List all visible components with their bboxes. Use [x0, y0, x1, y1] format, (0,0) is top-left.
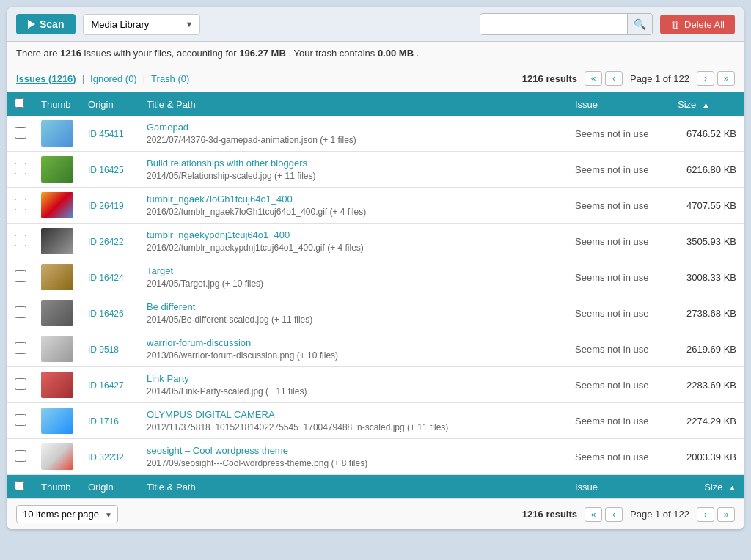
row-checkbox-5[interactable] [15, 306, 26, 318]
row-checkbox-2[interactable] [15, 199, 26, 210]
row-size-0: 6746.52 KB [670, 116, 744, 152]
search-icon: 🔍 [634, 18, 646, 30]
files-size: 196.27 MB [239, 48, 286, 59]
row-size-2: 4707.55 KB [670, 188, 744, 224]
title-link-4[interactable]: Target [147, 265, 560, 276]
select-all-checkbox[interactable] [15, 98, 24, 108]
origin-link-1[interactable]: ID 16425 [88, 165, 124, 175]
sort-icon: ▲ [702, 100, 710, 109]
origin-link-2[interactable]: ID 26419 [88, 201, 124, 211]
path-text-9: 2017/09/seosight---Cool-wordpress-theme.… [147, 458, 367, 468]
row-checkbox-0[interactable] [15, 127, 26, 139]
row-checkbox-7[interactable] [15, 378, 26, 390]
row-title-1: Build relationships with other bloggers … [139, 152, 568, 188]
trash-size: 0.00 MB [378, 48, 414, 59]
delete-all-button[interactable]: 🗑 Delete All [660, 15, 735, 34]
origin-link-0[interactable]: ID 45411 [88, 129, 124, 139]
issue-text-5: Seems not in use [575, 308, 648, 319]
title-link-2[interactable]: tumblr_ngaek7loGh1tcuj64o1_400 [147, 194, 560, 205]
title-link-5[interactable]: Be different [147, 301, 560, 312]
tab-ignored-link[interactable]: Ignored (0) [90, 73, 137, 84]
bottom-next-page-btn[interactable]: › [697, 507, 714, 522]
row-thumb-4 [34, 259, 81, 295]
title-link-8[interactable]: OLYMPUS DIGITAL CAMERA [147, 409, 560, 420]
bottom-first-page-btn[interactable]: « [585, 507, 602, 522]
issues-count-inline: 1216 [60, 48, 81, 59]
title-link-6[interactable]: warrior-forum-discussion [147, 337, 560, 348]
row-issue-4: Seems not in use [568, 259, 670, 295]
row-origin-6: ID 9518 [81, 331, 139, 367]
row-check-0 [7, 116, 34, 152]
row-checkbox-9[interactable] [15, 450, 26, 462]
path-text-2: 2016/02/tumblr_ngaek7loGh1tcuj64o1_400.g… [147, 207, 366, 217]
size-text-9: 2003.39 KB [686, 452, 736, 463]
col-size-header[interactable]: Size ▲ [670, 92, 744, 116]
row-checkbox-1[interactable] [15, 163, 26, 174]
first-page-btn[interactable]: « [585, 71, 602, 86]
thumbnail-8 [41, 408, 73, 434]
origin-link-8[interactable]: ID 1716 [88, 416, 119, 427]
row-size-8: 2274.29 KB [670, 403, 744, 439]
origin-link-5[interactable]: ID 16426 [88, 309, 124, 319]
row-checkbox-6[interactable] [15, 342, 26, 354]
row-title-4: Target 2014/05/Target.jpg (+ 10 files) [139, 259, 568, 295]
foot-title: Title & Path [139, 475, 568, 499]
prev-page-btn[interactable]: ‹ [605, 71, 623, 86]
row-check-1 [7, 152, 34, 188]
search-wrapper: 🔍 [480, 13, 653, 35]
tab-issues-link[interactable]: Issues (1216) [16, 73, 76, 84]
scan-button[interactable]: Scan [16, 14, 76, 34]
row-origin-8: ID 1716 [81, 403, 139, 439]
row-size-3: 3505.93 KB [670, 224, 744, 259]
title-link-3[interactable]: tumblr_ngaekypdnj1tcuj64o1_400 [147, 229, 560, 240]
play-icon [28, 20, 35, 29]
table-header-row: Thumb Origin Title & Path Issue Size ▲ [7, 92, 744, 116]
row-issue-2: Seems not in use [568, 188, 670, 224]
foot-issue: Issue [568, 475, 670, 499]
origin-link-4[interactable]: ID 16424 [88, 273, 124, 283]
next-page-btn[interactable]: › [697, 71, 714, 86]
thumbnail-5 [41, 300, 73, 326]
row-thumb-5 [34, 295, 81, 331]
row-checkbox-8[interactable] [15, 414, 26, 426]
thumbnail-1 [41, 156, 73, 183]
library-select[interactable]: Media Library [83, 14, 200, 35]
origin-link-7[interactable]: ID 16427 [88, 380, 124, 391]
row-thumb-3 [34, 224, 81, 259]
last-page-btn[interactable]: » [717, 71, 735, 86]
row-title-6: warrior-forum-discussion 2013/06/warrior… [139, 331, 568, 367]
row-issue-8: Seems not in use [568, 403, 670, 439]
row-size-7: 2283.69 KB [670, 367, 744, 403]
origin-link-6[interactable]: ID 9518 [88, 345, 119, 355]
title-link-1[interactable]: Build relationships with other bloggers [147, 158, 560, 169]
row-size-9: 2003.39 KB [670, 439, 744, 475]
title-link-9[interactable]: seosight – Cool wordpress theme [147, 445, 560, 456]
bottom-pagination: « ‹ Page 1 of 122 › » [585, 507, 735, 522]
row-origin-2: ID 26419 [81, 188, 139, 224]
separator-1: | [82, 73, 84, 84]
issue-text-6: Seems not in use [575, 344, 648, 355]
bottom-prev-page-btn[interactable]: ‹ [605, 507, 623, 522]
tab-trash-link[interactable]: Trash (0) [151, 73, 189, 84]
per-page-wrapper: 10 items per page 25 items per page 50 i… [16, 505, 118, 523]
select-all-footer-checkbox[interactable] [15, 481, 24, 490]
bottom-last-page-btn[interactable]: » [717, 507, 735, 522]
title-link-7[interactable]: Link Party [147, 373, 560, 384]
table-row: ID 1716 OLYMPUS DIGITAL CAMERA 2012/11/3… [7, 403, 744, 439]
title-link-0[interactable]: Gamepad [147, 122, 560, 133]
thumbnail-0 [41, 120, 73, 147]
row-checkbox-4[interactable] [15, 270, 26, 282]
search-button[interactable]: 🔍 [627, 14, 652, 34]
origin-link-9[interactable]: ID 32232 [88, 452, 124, 463]
path-text-1: 2014/05/Relationship-scaled.jpg (+ 11 fi… [147, 171, 315, 181]
row-title-2: tumblr_ngaek7loGh1tcuj64o1_400 2016/02/t… [139, 188, 568, 224]
path-text-6: 2013/06/warrior-forum-discussion.png (+ … [147, 350, 338, 361]
path-text-7: 2014/05/Link-Party-scaled.jpg (+ 11 file… [147, 386, 307, 397]
size-text-3: 3505.93 KB [686, 236, 736, 247]
row-checkbox-3[interactable] [15, 235, 26, 246]
table-row: ID 32232 seosight – Cool wordpress theme… [7, 439, 744, 475]
col-thumb-header: Thumb [34, 92, 81, 116]
per-page-select[interactable]: 10 items per page 25 items per page 50 i… [16, 505, 118, 523]
search-input[interactable] [480, 15, 627, 34]
origin-link-3[interactable]: ID 26422 [88, 237, 124, 247]
